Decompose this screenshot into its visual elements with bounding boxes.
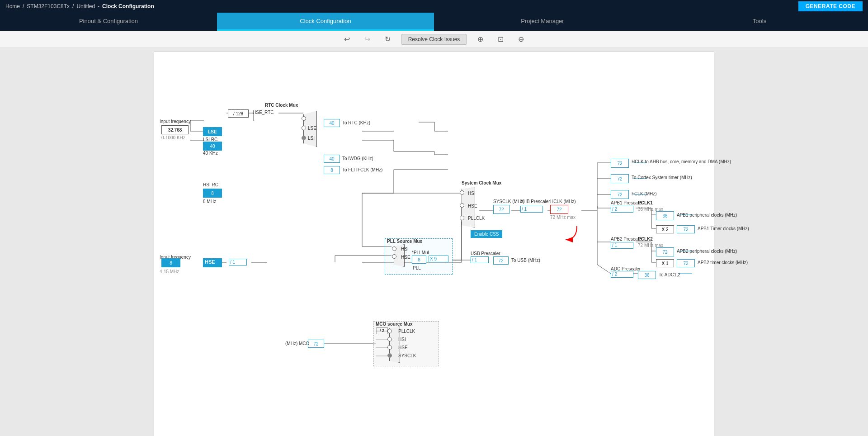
enable-css-button[interactable]: Enable CSS	[471, 230, 502, 238]
lse-input-value[interactable]: 32.768	[161, 125, 189, 134]
mco-circle-hsi	[387, 337, 392, 341]
sys-mux-circle-hse	[460, 203, 464, 208]
mco-circle-hse	[387, 345, 392, 350]
to-rtc-label: To RTC (KHz)	[342, 120, 370, 125]
dash: -	[98, 3, 99, 9]
apb1-periph-value[interactable]: 36	[656, 211, 674, 220]
pll-mul-label: *PLLMul	[412, 250, 429, 255]
apb2-timer-value[interactable]: 72	[677, 259, 695, 267]
pll-label: PLL	[413, 265, 421, 270]
mco-value[interactable]: 72	[308, 340, 324, 348]
sysclk-value[interactable]: 72	[493, 205, 509, 214]
div128-box[interactable]: / 128	[228, 109, 249, 118]
hclk-ahb-label: HCLK to AHB bus, core, memory and DMA (M…	[632, 159, 731, 164]
sep2: /	[72, 3, 74, 9]
main-area: Input frequency 32.768 0-1000 KHz LSE LS…	[0, 48, 868, 436]
hse-input-value[interactable]: 8	[161, 258, 180, 267]
mco-circle-pllclk	[387, 329, 392, 333]
apb1-periph-label: APB1 peripheral clocks (MHz)	[677, 213, 737, 218]
usb-prescaler-select[interactable]: / 1	[471, 256, 489, 263]
hsi-mhz-label: 8 MHz	[203, 199, 216, 204]
hse-rtc-label: HSE_RTC	[253, 110, 274, 115]
tab-clock[interactable]: Clock Configuration	[217, 13, 434, 31]
header: Home / STM32F103C8Tx / Untitled - Clock …	[0, 0, 868, 13]
resolve-clock-issues-button[interactable]: Resolve Clock Issues	[401, 34, 467, 45]
lse-range-label: 0-1000 KHz	[161, 135, 185, 140]
tab-bar: Pinout & Configuration Clock Configurati…	[0, 13, 868, 31]
mco-source-mux-label: MCO source Mux	[376, 322, 413, 327]
pll-mux-circle-hsi	[392, 246, 396, 251]
lsi-khz-label: 40 KHz	[203, 151, 218, 156]
mco-pllclk-label: PLLCLK	[398, 329, 415, 334]
to-adc-value[interactable]: 36	[638, 271, 656, 279]
undo-button[interactable]: ↩	[340, 33, 354, 45]
lse-mux-label: LSE	[308, 126, 316, 131]
mhz-mco-label: (MHz) MCO	[285, 341, 309, 346]
ahb-prescaler-label: AHB Prescaler	[520, 199, 550, 204]
sys-mux-circle-pll	[460, 216, 464, 220]
to-flit-value[interactable]: 8	[324, 166, 340, 174]
generate-code-button[interactable]: GENERATE CODE	[798, 1, 863, 11]
hclk-max-label: 72 MHz max	[550, 215, 576, 220]
rtc-mux-circle-1	[302, 116, 306, 121]
fclk-value[interactable]: 72	[611, 190, 629, 199]
pll-mux-circle-hse	[392, 254, 396, 259]
to-iwdg-label: To IWDG (KHz)	[342, 156, 373, 161]
apb2-periph-label: APB2 peripheral clocks (MHz)	[677, 249, 737, 254]
usb-prescaler-label: USB Prescaler	[471, 251, 500, 256]
refresh-button[interactable]: ↻	[381, 33, 394, 45]
hsi-rc-label: HSI RC	[203, 182, 218, 187]
mco-div2-box: / 2	[377, 327, 387, 334]
apb1-timer-label: APB1 Timer clocks (MHz)	[698, 226, 749, 231]
hsi-block[interactable]: 8	[203, 189, 222, 198]
hse-label: HSE	[205, 259, 215, 265]
lsi-mux-label: LSI	[308, 136, 315, 141]
mco-sysclk-label: SYSCLK	[398, 353, 416, 358]
apb2-prescaler-select[interactable]: / 1	[611, 242, 633, 249]
pllclk-sys-label: PLLCLK	[468, 216, 485, 221]
hclk-value[interactable]: 72	[550, 205, 568, 214]
lse-block[interactable]: LSE	[203, 127, 222, 136]
lsi-block[interactable]: 40	[203, 142, 222, 151]
rtc-mux-circle-3	[302, 136, 306, 140]
to-rtc-value[interactable]: 40	[324, 119, 340, 127]
hse-pll-label: HSE	[401, 255, 410, 260]
clock-diagram: Input frequency 32.768 0-1000 KHz LSE LS…	[154, 52, 714, 436]
pll-source-mux-label: PLL Source Mux	[387, 239, 422, 244]
tab-tools[interactable]: Tools	[651, 13, 868, 31]
tab-pinout[interactable]: Pinout & Configuration	[0, 13, 217, 31]
to-iwdg-value[interactable]: 40	[324, 155, 340, 163]
project-name: Untitled	[76, 3, 95, 9]
zoom-in-button[interactable]: ⊕	[474, 33, 487, 45]
mco-circle-sysclk	[387, 353, 392, 358]
to-usb-value[interactable]: 72	[493, 256, 509, 265]
to-cortex-value[interactable]: 72	[611, 174, 629, 183]
to-flit-label: To FLITFCLK (MHz)	[342, 167, 382, 172]
apb2-periph-value[interactable]: 72	[656, 247, 674, 256]
mco-hsi-label: HSI	[398, 337, 406, 342]
apb1-timer-value[interactable]: 72	[677, 225, 695, 233]
home-link[interactable]: Home	[5, 3, 20, 9]
sys-mux-circle-hsi	[460, 190, 464, 195]
pclk1-label: PCLK1	[638, 200, 653, 205]
hsi-pll-label: HSI	[401, 246, 409, 251]
zoom-out-button[interactable]: ⊖	[514, 33, 528, 45]
redo-button[interactable]: ↪	[361, 33, 374, 45]
sep1: /	[23, 3, 24, 9]
toolbar: ↩ ↪ ↻ Resolve Clock Issues ⊕ ⊡ ⊖	[0, 31, 868, 48]
hclk-ahb-value[interactable]: 72	[611, 159, 629, 168]
chip-link[interactable]: STM32F103C8Tx	[27, 3, 70, 9]
zoom-fit-button[interactable]: ⊡	[494, 33, 507, 45]
ahb-prescaler-select[interactable]: / 1	[520, 206, 543, 213]
apb1-prescaler-select[interactable]: / 2	[611, 206, 633, 213]
rtc-mux-circle-2	[302, 126, 306, 130]
fclk-label: FCLK (MHz)	[632, 191, 657, 196]
pll-mul-value[interactable]: 8	[412, 256, 426, 264]
pll-mul-select[interactable]: X 9	[429, 256, 448, 262]
to-cortex-label: To Cortex System timer (MHz)	[632, 175, 692, 180]
apb1-x2-box: X 2	[656, 225, 674, 233]
adc-prescaler-select[interactable]: / 2	[611, 271, 633, 278]
hse-div1-select[interactable]: / 1	[229, 259, 247, 265]
hse-range-label: 4-15 MHz	[160, 269, 179, 274]
tab-project[interactable]: Project Manager	[434, 13, 651, 31]
